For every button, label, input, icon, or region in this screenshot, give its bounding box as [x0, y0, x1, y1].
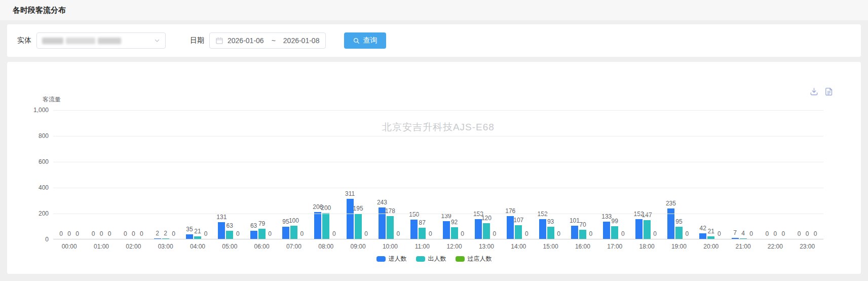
bar-进人数: 0: [764, 110, 771, 239]
bar-value-label: 100: [289, 218, 299, 224]
bar-rect: [635, 219, 643, 239]
x-axis-tick-label: 22:00: [759, 243, 791, 250]
bar-rect: [410, 220, 418, 239]
x-axis-tick-label: 10:00: [374, 243, 406, 250]
bar-过店人数: 0: [459, 110, 466, 239]
bar-过店人数: 0: [363, 110, 370, 239]
bar-出人数: 95: [675, 110, 683, 239]
bar-group-02:00: 000: [118, 110, 149, 239]
bar-rect: [226, 231, 233, 239]
bar-group-12:00: 139920: [438, 110, 470, 239]
date-end-value[interactable]: 2026-01-08: [283, 37, 320, 45]
bar-rect: [603, 222, 610, 239]
bar-value-label: 0: [621, 231, 625, 237]
bar-rect: [667, 208, 674, 239]
bar-value-label: 70: [579, 222, 586, 228]
bar-过店人数: 0: [523, 110, 530, 239]
bar-group-08:00: 2062000: [310, 110, 342, 239]
gridline: [53, 110, 823, 111]
bar-value-label: 0: [364, 231, 368, 237]
gridline: [53, 188, 823, 188]
x-axis-tick-label: 20:00: [695, 243, 727, 250]
x-axis-tick-label: 06:00: [246, 243, 278, 250]
legend-marker: [376, 256, 386, 262]
query-button[interactable]: 查询: [344, 32, 386, 49]
bar-过店人数: 0: [234, 110, 241, 239]
report-icon[interactable]: [825, 87, 833, 96]
bar-value-label: 0: [204, 231, 208, 237]
bar-进人数: 101: [571, 110, 578, 239]
y-axis-tick-label: 800: [39, 132, 49, 139]
bar-value-label: 0: [236, 231, 240, 237]
bar-value-label: 0: [766, 231, 769, 237]
bar-出人数: 99: [611, 110, 618, 239]
bar-group-16:00: 101700: [567, 110, 598, 239]
bar-value-label: 120: [481, 215, 492, 221]
bar-出人数: 200: [322, 110, 329, 239]
bar-value-label: 0: [686, 231, 689, 237]
legend-item-出人数[interactable]: 出人数: [416, 255, 446, 263]
bar-出人数: 4: [740, 110, 747, 239]
bar-进人数: 0: [90, 110, 97, 239]
bar-value-label: 0: [397, 231, 400, 237]
bar-group-19:00: 235950: [663, 110, 695, 239]
bar-进人数: 152: [539, 110, 546, 239]
bar-rect: [419, 228, 426, 239]
chart-card: 客流量 北京安吉升科技AJS-E68 000000000220352101316…: [7, 62, 861, 274]
bar-value-label: 0: [124, 231, 127, 237]
page-title: 各时段客流分布: [13, 6, 66, 15]
bar-rect: [322, 213, 329, 239]
y-axis-tick-label: 400: [39, 184, 49, 191]
bar-进人数: 152: [635, 110, 643, 239]
y-axis-tick-label: 0: [45, 236, 49, 243]
date-range-input[interactable]: 2026-01-06 ~ 2026-01-08: [209, 32, 326, 49]
bar-进人数: 243: [379, 110, 386, 239]
bar-group-22:00: 000: [759, 110, 791, 239]
bar-过店人数: 0: [715, 110, 723, 239]
bar-rect: [732, 238, 739, 239]
bar-过店人数: 0: [106, 110, 113, 239]
legend-label: 过店人数: [468, 255, 492, 263]
bar-出人数: 0: [98, 110, 105, 239]
bar-value-label: 42: [700, 225, 706, 231]
bar-value-label: 99: [612, 218, 618, 224]
bar-rect: [282, 227, 289, 239]
bar-value-label: 0: [461, 231, 464, 237]
bar-value-label: 131: [216, 214, 227, 220]
bar-rect: [507, 216, 514, 239]
bar-group-05:00: 131630: [214, 110, 246, 239]
bar-出人数: 100: [290, 110, 297, 239]
bar-group-10:00: 2431780: [374, 110, 406, 239]
x-axis-tick-label: 07:00: [278, 243, 310, 250]
bar-value-label: 101: [570, 218, 580, 224]
entity-select[interactable]: [36, 32, 166, 49]
legend-label: 进人数: [389, 255, 407, 263]
bar-value-label: 311: [345, 191, 355, 197]
bar-value-label: 0: [92, 231, 95, 237]
bar-rect: [379, 207, 386, 239]
download-icon[interactable]: [810, 87, 818, 96]
legend-item-进人数[interactable]: 进人数: [376, 255, 407, 263]
bar-进人数: 95: [282, 110, 289, 239]
bar-过店人数: 0: [330, 110, 337, 239]
bar-value-label: 243: [377, 199, 387, 205]
bar-出人数: 0: [66, 110, 73, 239]
bar-出人数: 178: [387, 110, 394, 239]
bar-group-01:00: 000: [85, 110, 117, 239]
bar-value-label: 147: [642, 212, 652, 218]
bar-group-06:00: 63790: [246, 110, 278, 239]
x-axis-tick-label: 11:00: [406, 243, 438, 250]
bar-value-label: 35: [186, 226, 193, 232]
bar-rect: [571, 226, 578, 239]
gridline: [53, 162, 823, 162]
date-start-value[interactable]: 2026-01-06: [228, 37, 264, 45]
bar-value-label: 21: [194, 228, 201, 234]
bar-出人数: 0: [130, 110, 137, 239]
bar-group-09:00: 3111950: [342, 110, 374, 239]
bar-value-label: 200: [321, 205, 331, 211]
bar-group-04:00: 35210: [181, 110, 213, 239]
bar-过店人数: 0: [491, 110, 498, 239]
legend-item-过店人数[interactable]: 过店人数: [456, 255, 492, 263]
bar-rect: [186, 234, 193, 239]
bar-进人数: 235: [667, 110, 674, 239]
